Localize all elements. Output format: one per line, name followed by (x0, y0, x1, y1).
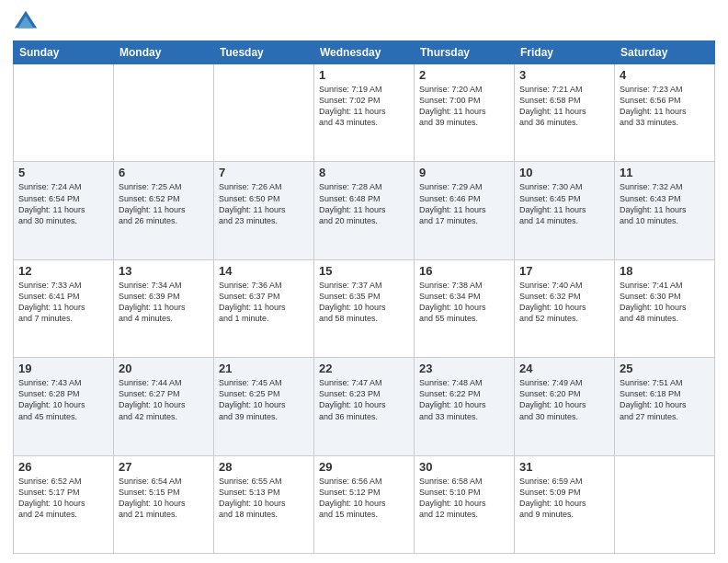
day-info: Sunrise: 6:59 AMSunset: 5:09 PMDaylight:… (519, 476, 609, 521)
weekday-header-sunday: Sunday (14, 41, 114, 64)
day-info: Sunrise: 7:19 AMSunset: 7:02 PMDaylight:… (319, 84, 409, 129)
calendar-cell: 17Sunrise: 7:40 AMSunset: 6:32 PMDayligh… (515, 259, 615, 357)
day-info: Sunrise: 7:24 AMSunset: 6:54 PMDaylight:… (18, 181, 108, 226)
weekday-header-thursday: Thursday (415, 41, 515, 64)
day-number: 15 (319, 264, 409, 278)
day-info: Sunrise: 6:55 AMSunset: 5:13 PMDaylight:… (219, 476, 309, 521)
page: SundayMondayTuesdayWednesdayThursdayFrid… (0, 0, 728, 563)
day-info: Sunrise: 7:51 AMSunset: 6:18 PMDaylight:… (620, 377, 710, 422)
calendar-cell (214, 64, 314, 162)
day-number: 7 (219, 166, 309, 179)
day-info: Sunrise: 7:20 AMSunset: 7:00 PMDaylight:… (419, 84, 509, 129)
day-number: 12 (18, 264, 108, 278)
day-number: 16 (419, 264, 509, 278)
weekday-header-tuesday: Tuesday (214, 41, 314, 64)
day-info: Sunrise: 6:54 AMSunset: 5:15 PMDaylight:… (119, 476, 209, 521)
day-info: Sunrise: 7:43 AMSunset: 6:28 PMDaylight:… (18, 377, 108, 422)
day-number: 4 (620, 68, 710, 82)
calendar-cell: 30Sunrise: 6:58 AMSunset: 5:10 PMDayligh… (415, 455, 515, 553)
logo (13, 9, 40, 35)
day-info: Sunrise: 7:29 AMSunset: 6:46 PMDaylight:… (419, 181, 509, 226)
day-info: Sunrise: 7:34 AMSunset: 6:39 PMDaylight:… (119, 280, 209, 325)
day-info: Sunrise: 7:37 AMSunset: 6:35 PMDaylight:… (319, 280, 409, 325)
calendar-cell: 8Sunrise: 7:28 AMSunset: 6:48 PMDaylight… (314, 162, 415, 259)
day-info: Sunrise: 7:49 AMSunset: 6:20 PMDaylight:… (519, 377, 609, 422)
day-number: 1 (319, 68, 409, 82)
day-info: Sunrise: 6:52 AMSunset: 5:17 PMDaylight:… (18, 476, 108, 521)
day-number: 30 (419, 460, 509, 474)
calendar-cell: 10Sunrise: 7:30 AMSunset: 6:45 PMDayligh… (515, 162, 615, 259)
calendar-cell: 25Sunrise: 7:51 AMSunset: 6:18 PMDayligh… (615, 358, 715, 455)
calendar-cell: 23Sunrise: 7:48 AMSunset: 6:22 PMDayligh… (415, 358, 515, 455)
day-info: Sunrise: 7:47 AMSunset: 6:23 PMDaylight:… (319, 377, 409, 422)
day-info: Sunrise: 7:32 AMSunset: 6:43 PMDaylight:… (620, 181, 710, 226)
calendar-cell: 7Sunrise: 7:26 AMSunset: 6:50 PMDaylight… (214, 162, 314, 259)
calendar-cell: 11Sunrise: 7:32 AMSunset: 6:43 PMDayligh… (615, 162, 715, 259)
calendar-cell: 28Sunrise: 6:55 AMSunset: 5:13 PMDayligh… (214, 455, 314, 553)
day-number: 20 (119, 362, 209, 375)
day-number: 27 (119, 460, 209, 474)
calendar-cell: 22Sunrise: 7:47 AMSunset: 6:23 PMDayligh… (314, 358, 415, 455)
day-number: 14 (219, 264, 309, 278)
day-info: Sunrise: 7:25 AMSunset: 6:52 PMDaylight:… (119, 181, 209, 226)
calendar-cell: 1Sunrise: 7:19 AMSunset: 7:02 PMDaylight… (314, 64, 415, 162)
calendar-cell: 21Sunrise: 7:45 AMSunset: 6:25 PMDayligh… (214, 358, 314, 455)
weekday-header-monday: Monday (114, 41, 214, 64)
calendar-cell: 31Sunrise: 6:59 AMSunset: 5:09 PMDayligh… (515, 455, 615, 553)
weekday-header-wednesday: Wednesday (314, 41, 415, 64)
calendar-cell: 9Sunrise: 7:29 AMSunset: 6:46 PMDaylight… (415, 162, 515, 259)
day-info: Sunrise: 7:45 AMSunset: 6:25 PMDaylight:… (219, 377, 309, 422)
day-info: Sunrise: 7:38 AMSunset: 6:34 PMDaylight:… (419, 280, 509, 325)
calendar-cell: 6Sunrise: 7:25 AMSunset: 6:52 PMDaylight… (114, 162, 214, 259)
calendar-table: SundayMondayTuesdayWednesdayThursdayFrid… (13, 40, 715, 554)
calendar-cell: 2Sunrise: 7:20 AMSunset: 7:00 PMDaylight… (415, 64, 515, 162)
calendar-cell: 5Sunrise: 7:24 AMSunset: 6:54 PMDaylight… (14, 162, 114, 259)
calendar-cell (14, 64, 114, 162)
day-number: 18 (620, 264, 710, 278)
day-info: Sunrise: 7:30 AMSunset: 6:45 PMDaylight:… (519, 181, 609, 226)
day-info: Sunrise: 7:36 AMSunset: 6:37 PMDaylight:… (219, 280, 309, 325)
calendar-cell: 13Sunrise: 7:34 AMSunset: 6:39 PMDayligh… (114, 259, 214, 357)
day-number: 5 (18, 166, 108, 179)
calendar-cell: 19Sunrise: 7:43 AMSunset: 6:28 PMDayligh… (14, 358, 114, 455)
header (13, 9, 715, 35)
day-number: 25 (620, 362, 710, 375)
day-number: 19 (18, 362, 108, 375)
day-info: Sunrise: 7:23 AMSunset: 6:56 PMDaylight:… (620, 84, 710, 129)
day-number: 31 (519, 460, 609, 474)
day-info: Sunrise: 6:56 AMSunset: 5:12 PMDaylight:… (319, 476, 409, 521)
calendar-cell: 12Sunrise: 7:33 AMSunset: 6:41 PMDayligh… (14, 259, 114, 357)
day-number: 8 (319, 166, 409, 179)
day-number: 17 (519, 264, 609, 278)
day-number: 2 (419, 68, 509, 82)
day-number: 21 (219, 362, 309, 375)
day-number: 9 (419, 166, 509, 179)
calendar-cell: 29Sunrise: 6:56 AMSunset: 5:12 PMDayligh… (314, 455, 415, 553)
day-info: Sunrise: 7:40 AMSunset: 6:32 PMDaylight:… (519, 280, 609, 325)
day-number: 26 (18, 460, 108, 474)
day-info: Sunrise: 7:44 AMSunset: 6:27 PMDaylight:… (119, 377, 209, 422)
day-number: 10 (519, 166, 609, 179)
calendar-cell: 15Sunrise: 7:37 AMSunset: 6:35 PMDayligh… (314, 259, 415, 357)
calendar-cell (615, 455, 715, 553)
weekday-header-saturday: Saturday (615, 41, 715, 64)
calendar-cell: 18Sunrise: 7:41 AMSunset: 6:30 PMDayligh… (615, 259, 715, 357)
calendar-cell: 26Sunrise: 6:52 AMSunset: 5:17 PMDayligh… (14, 455, 114, 553)
day-number: 6 (119, 166, 209, 179)
calendar-cell: 20Sunrise: 7:44 AMSunset: 6:27 PMDayligh… (114, 358, 214, 455)
day-number: 3 (519, 68, 609, 82)
calendar-cell: 16Sunrise: 7:38 AMSunset: 6:34 PMDayligh… (415, 259, 515, 357)
calendar-cell: 27Sunrise: 6:54 AMSunset: 5:15 PMDayligh… (114, 455, 214, 553)
day-info: Sunrise: 7:26 AMSunset: 6:50 PMDaylight:… (219, 181, 309, 226)
calendar-cell: 24Sunrise: 7:49 AMSunset: 6:20 PMDayligh… (515, 358, 615, 455)
day-number: 11 (620, 166, 710, 179)
logo-icon (13, 9, 39, 35)
calendar-cell (114, 64, 214, 162)
day-info: Sunrise: 7:33 AMSunset: 6:41 PMDaylight:… (18, 280, 108, 325)
day-number: 29 (319, 460, 409, 474)
day-number: 23 (419, 362, 509, 375)
day-number: 24 (519, 362, 609, 375)
weekday-header-friday: Friday (515, 41, 615, 64)
day-number: 28 (219, 460, 309, 474)
day-info: Sunrise: 7:41 AMSunset: 6:30 PMDaylight:… (620, 280, 710, 325)
